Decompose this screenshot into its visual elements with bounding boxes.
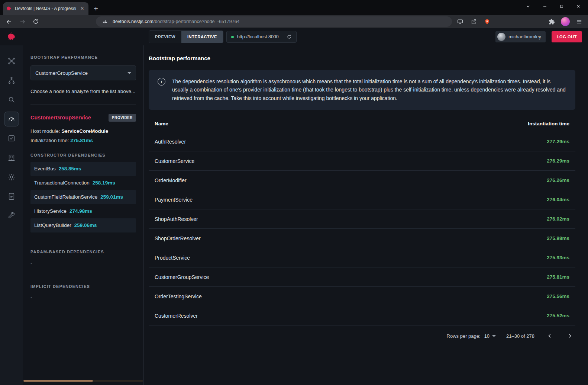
nav-tools-wrench-icon[interactable] <box>4 208 19 223</box>
row-name: CustomerResolver <box>155 313 198 319</box>
scrollbar-thumb[interactable] <box>23 380 93 382</box>
browser-toolbar: devtools.nestjs.com/bootstrap-performanc… <box>0 15 588 28</box>
window-close-button[interactable] <box>570 0 587 12</box>
user-avatar <box>497 33 505 41</box>
selected-node-name: CustomerGroupService <box>30 115 91 121</box>
forward-button[interactable] <box>18 17 27 26</box>
pagination-range: 21–30 of 278 <box>506 333 534 339</box>
browser-profile-avatar[interactable] <box>561 17 570 26</box>
dependency-name: HistoryService <box>34 208 67 214</box>
logout-button[interactable]: LOG OUT <box>552 31 582 42</box>
horizontal-scrollbar[interactable] <box>23 380 143 382</box>
chevron-down-icon <box>127 72 131 74</box>
preview-mode-button[interactable]: PREVIEW <box>149 31 181 43</box>
nav-performance-gauge-icon[interactable] <box>4 112 19 126</box>
nestjs-logo-icon <box>6 32 17 42</box>
nav-graph-icon[interactable] <box>4 54 19 68</box>
row-instantiation-time: 276.26ms <box>547 177 569 183</box>
host-module-row: Host module: ServiceCoreModule <box>30 128 136 134</box>
table-row[interactable]: OrderModifier 276.26ms <box>149 170 575 190</box>
table-row[interactable]: CustomerResolver 275.52ms <box>149 306 575 325</box>
connection-status-dot <box>231 36 234 38</box>
dependency-name: EventBus <box>34 166 56 171</box>
table-row[interactable]: ShopOrderResolver 275.98ms <box>149 228 575 248</box>
target-refresh-icon[interactable] <box>287 34 292 39</box>
back-button[interactable] <box>4 17 13 26</box>
table-row[interactable]: OrderTestingService 275.56ms <box>149 286 575 306</box>
row-name: OrderTestingService <box>155 293 202 299</box>
nav-search-icon[interactable] <box>4 92 19 107</box>
row-instantiation-time: 275.81ms <box>547 274 569 280</box>
row-instantiation-time: 277.29ms <box>547 139 569 144</box>
cast-tab-icon[interactable] <box>456 17 465 26</box>
extensions-icon[interactable] <box>547 17 556 26</box>
implicit-deps-title: IMPLICIT DEPENDENCIES <box>30 284 136 289</box>
row-name: AuthResolver <box>155 139 186 145</box>
table-row[interactable]: PaymentService 276.04ms <box>149 190 575 209</box>
param-deps-title: PARAM-BASED DEPENDENCIES <box>30 250 136 254</box>
pagination: Rows per page: 10 21–30 of 278 <box>149 325 575 346</box>
row-name: OrderModifier <box>155 177 187 183</box>
previous-page-icon[interactable] <box>545 331 555 341</box>
browser-menu-icon[interactable] <box>575 17 584 26</box>
url-text: devtools.nestjs.com/bootstrap-performanc… <box>113 19 240 24</box>
share-icon[interactable] <box>469 17 478 26</box>
browser-tab[interactable]: Devtools | NestJS - A progressive ✕ <box>3 2 88 15</box>
dependency-item[interactable]: TransactionalConnection 258.19ms <box>30 176 136 190</box>
row-instantiation-time: 275.56ms <box>547 293 569 299</box>
icon-rail <box>0 45 23 385</box>
node-select-hint: Choose a node to analyze from the list a… <box>30 88 136 96</box>
chevron-down-icon <box>492 335 496 337</box>
dependency-item[interactable]: EventBus 258.85ms <box>30 162 136 176</box>
node-select-dropdown[interactable]: CustomerGroupService <box>30 65 136 80</box>
table-row[interactable]: AuthResolver 277.29ms <box>149 132 575 151</box>
sidebar-title: BOOTSTRAP PERFORMANCE <box>30 55 136 60</box>
target-url-field[interactable]: http://localhost:8000 <box>226 31 297 43</box>
user-name: michaelbromley <box>508 34 541 39</box>
row-name: PaymentService <box>155 197 193 203</box>
tab-close-icon[interactable]: ✕ <box>79 5 85 12</box>
init-time-label: Initialization time: <box>30 138 70 143</box>
window-maximize-button[interactable] <box>553 0 570 12</box>
constructor-deps-title: CONSTRUCTOR DEPENDENCIES <box>30 153 136 157</box>
row-instantiation-time: 276.29ms <box>547 158 569 164</box>
nav-routes-icon[interactable] <box>4 73 19 88</box>
table-row[interactable]: ShopAuthResolver 276.02ms <box>149 209 575 228</box>
table-row[interactable]: CustomerGroupService 275.81ms <box>149 267 575 286</box>
dependency-time: 274.98ms <box>70 208 92 214</box>
new-tab-button[interactable]: + <box>91 3 101 14</box>
brave-shields-icon[interactable] <box>482 17 491 26</box>
interactive-mode-button[interactable]: INTERACTIVE <box>181 31 223 43</box>
nestjs-favicon-icon <box>6 6 12 12</box>
dependency-item[interactable]: HistoryService 274.98ms <box>30 204 136 218</box>
dependency-item[interactable]: CustomFieldRelationService 259.01ms <box>30 190 136 204</box>
tab-search-icon[interactable] <box>520 0 536 12</box>
bootstrap-sidebar: BOOTSTRAP PERFORMANCE CustomerGroupServi… <box>23 45 144 385</box>
table-row[interactable]: ProductService 275.93ms <box>149 248 575 267</box>
dependency-time: 258.19ms <box>93 180 115 186</box>
table-body: AuthResolver 277.29ms CustomerService 27… <box>149 132 575 325</box>
nav-docs-icon[interactable] <box>4 189 19 204</box>
info-icon: i <box>158 78 165 86</box>
preview-mode-toggle: PREVIEW INTERACTIVE <box>149 31 223 43</box>
rows-per-page-select[interactable]: 10 <box>484 333 496 339</box>
row-instantiation-time: 275.93ms <box>547 255 569 260</box>
constructor-dependency-list: EventBus 258.85ms TransactionalConnectio… <box>30 162 136 232</box>
dependency-item[interactable]: ListQueryBuilder 259.06ms <box>30 218 136 232</box>
rows-per-page-value: 10 <box>484 333 490 339</box>
url-domain: devtools.nestjs.com <box>113 19 154 24</box>
nav-settings-gear-icon[interactable] <box>4 170 19 185</box>
implicit-deps-empty: - <box>30 295 136 301</box>
user-chip[interactable]: michaelbromley <box>495 31 546 42</box>
window-minimize-button[interactable] <box>536 0 553 12</box>
column-name: Name <box>155 121 168 126</box>
dependency-time: 259.06ms <box>74 222 97 228</box>
reload-button[interactable] <box>31 17 40 26</box>
target-url-text: http://localhost:8000 <box>237 34 279 39</box>
next-page-icon[interactable] <box>565 331 575 341</box>
site-settings-icon[interactable] <box>100 17 109 26</box>
address-bar[interactable]: devtools.nestjs.com/bootstrap-performanc… <box>96 16 452 27</box>
nav-modules-icon[interactable] <box>4 150 19 165</box>
table-row[interactable]: CustomerService 276.29ms <box>149 151 575 170</box>
nav-checklist-icon[interactable] <box>4 131 19 146</box>
